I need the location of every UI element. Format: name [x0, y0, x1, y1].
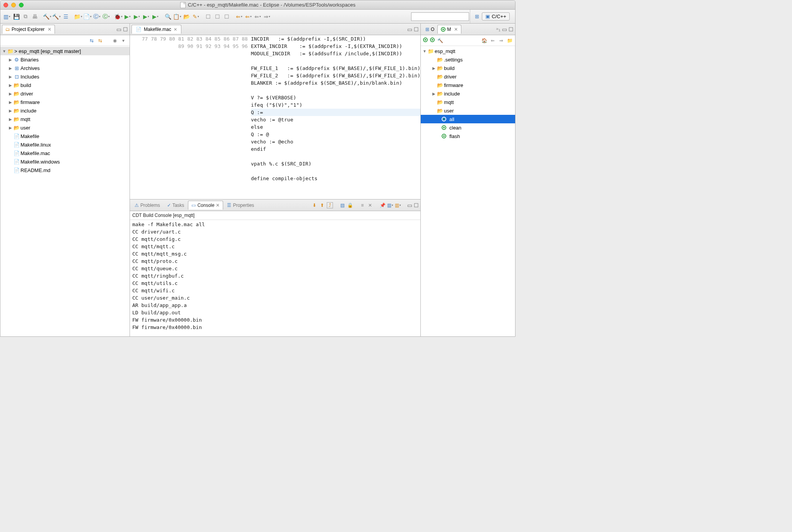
maximize-editor-button[interactable]: ☐ — [414, 26, 419, 32]
console-select-button[interactable]: ▥▾ — [387, 202, 393, 208]
build-button[interactable]: 🔨▾ — [52, 12, 61, 21]
prev-annotation-button[interactable]: ⇐▾ — [235, 12, 243, 21]
tree-item[interactable]: 📂.settings — [421, 55, 515, 64]
project-tree[interactable]: ▼ 📁 > esp_mqtt [esp_mqtt master] ▶⚙Binar… — [0, 46, 130, 336]
focus-task-button[interactable]: ◉ — [112, 38, 118, 44]
outline-tab[interactable]: ⊞ O — [422, 25, 437, 34]
make-target-clean[interactable]: clean — [421, 123, 515, 132]
bottom-tab-console[interactable]: ▭Console ✕ — [188, 201, 223, 210]
close-icon[interactable]: ✕ — [48, 27, 51, 32]
tree-item[interactable]: 📂firmware — [421, 81, 515, 89]
build-all-button[interactable]: 🔨▾ — [43, 12, 51, 21]
open-perspective-button[interactable]: ⊞ — [473, 13, 480, 20]
console-clear-button[interactable]: ≡ — [359, 202, 365, 208]
profile-button[interactable]: ▶▾ — [142, 12, 150, 21]
console-up-button[interactable]: ⬇ — [311, 202, 317, 208]
make-target-flash[interactable]: flash — [421, 132, 515, 140]
tree-item[interactable]: ▶📂firmware — [0, 98, 130, 106]
tree-item[interactable]: 📄Makefile.linux — [0, 140, 130, 149]
minimize-right-button[interactable]: ▭ — [502, 26, 507, 32]
view-menu-button[interactable]: ▾ — [120, 38, 126, 44]
open-element-button[interactable]: 📂 — [182, 12, 191, 21]
tree-item[interactable]: ▶📂include — [0, 106, 130, 115]
toggle-button[interactable]: ☰ — [61, 12, 70, 21]
tree-item[interactable]: ▶📂build — [0, 81, 130, 89]
save-button[interactable]: 💾 — [12, 12, 20, 21]
console-pin-button[interactable]: ⤴ — [327, 202, 333, 208]
new-file-button[interactable]: 📄▾ — [83, 12, 92, 21]
make-targets-tab[interactable]: M ✕ — [437, 25, 461, 34]
bottom-tab-properties[interactable]: ☰Properties — [224, 201, 257, 210]
new-button[interactable]: ▥▾ — [3, 12, 11, 21]
editor-body[interactable]: 77 78 79 80 81 82 83 84 85 86 87 88 89 9… — [130, 35, 420, 199]
back-button[interactable]: ⇐▾ — [253, 12, 262, 21]
search-button[interactable]: 🔍 — [164, 12, 172, 21]
tb-btn-a[interactable]: ☐ — [204, 12, 212, 21]
overflow-button[interactable]: »1 — [496, 26, 500, 32]
print-button[interactable]: 🖶 — [31, 12, 39, 21]
new-target-button[interactable] — [423, 38, 428, 42]
nav-fwd-button[interactable]: ⇒ — [498, 38, 504, 44]
console-pin2-button[interactable]: 📌 — [379, 202, 386, 208]
editor-tab-makefile[interactable]: 📄 Makefile.mac ✕ — [131, 25, 181, 34]
tree-item[interactable]: 📄Makefile.windows — [0, 157, 130, 166]
close-window-button[interactable] — [3, 3, 8, 7]
tree-item[interactable]: 📂driver — [421, 72, 515, 81]
tree-item[interactable]: ▶⚙Binaries — [0, 55, 130, 64]
minimize-bottom-button[interactable]: ▭ — [407, 202, 412, 208]
forward-button[interactable]: ⇒▾ — [263, 12, 271, 21]
maximize-view-button[interactable]: ☐ — [123, 26, 128, 32]
next-annotation-button[interactable]: ⇐▾ — [244, 12, 253, 21]
tb-btn-b[interactable]: ☐ — [213, 12, 222, 21]
project-explorer-tab[interactable]: 🗂 Project Explorer ✕ — [2, 25, 55, 34]
minimize-window-button[interactable] — [11, 3, 16, 7]
bottom-tab-problems[interactable]: ⚠Problems — [131, 201, 163, 210]
tree-item[interactable]: 📂user — [421, 106, 515, 115]
maximize-right-button[interactable]: ☐ — [509, 26, 514, 32]
tree-item[interactable]: 📄Makefile.mac — [0, 149, 130, 157]
tree-item[interactable]: ▶⊡Includes — [0, 72, 130, 81]
tree-item[interactable]: 📄Makefile — [0, 132, 130, 140]
new-folder-button[interactable]: 📁▾ — [74, 12, 82, 21]
external-tools-button[interactable]: ▶▾ — [151, 12, 160, 21]
console-down-button[interactable]: ⬆ — [319, 202, 325, 208]
tree-item[interactable]: ▶📂mqtt — [0, 115, 130, 123]
link-editor-button[interactable]: ⇆ — [97, 38, 103, 44]
collapse-all-button[interactable]: ⇆ — [89, 38, 95, 44]
minimize-view-button[interactable]: ▭ — [116, 26, 121, 32]
edit-target-button[interactable] — [430, 38, 435, 42]
make-targets-tree[interactable]: ▼ 📁 esp_mqtt 📂.settings▶📂build📂driver📂fi… — [421, 46, 515, 336]
run-button-2[interactable]: ▶▾ — [133, 12, 141, 21]
home-button[interactable]: 🏠 — [481, 38, 487, 44]
hide-button[interactable]: 📁 — [507, 38, 513, 44]
console-display-button[interactable]: ▤ — [339, 202, 345, 208]
bottom-tab-tasks[interactable]: ✓Tasks — [164, 201, 188, 210]
close-tab-button[interactable]: ✕ — [174, 27, 177, 32]
console-output[interactable]: make -f Makefile.mac all CC driver/uart.… — [130, 220, 420, 336]
close-icon[interactable]: ✕ — [454, 27, 458, 32]
tree-item[interactable]: ▶📂include — [421, 89, 515, 98]
open-type-button[interactable]: Ⓒ▾ — [102, 12, 110, 21]
tb-btn-c[interactable]: ☐ — [222, 12, 231, 21]
code-content[interactable]: INCDIR := $(addprefix -I,$(SRC_DIR)) EXT… — [251, 35, 420, 199]
new-class-button[interactable]: Ⓒ▾ — [92, 12, 101, 21]
console-lock-button[interactable]: 🔒 — [347, 202, 353, 208]
tree-item[interactable]: ▶📂driver — [0, 89, 130, 98]
make-target-all[interactable]: all — [421, 115, 515, 123]
tree-project-root[interactable]: ▼ 📁 > esp_mqtt [esp_mqtt master] — [0, 47, 130, 55]
tree-item[interactable]: ▶📂user — [0, 123, 130, 132]
tree-item[interactable]: 📂mqtt — [421, 98, 515, 106]
close-icon[interactable]: ✕ — [216, 203, 220, 208]
console-new-button[interactable]: ▥▾ — [395, 202, 401, 208]
build-target-button[interactable]: 🔨 — [437, 38, 443, 44]
zoom-window-button[interactable] — [19, 3, 24, 7]
save-all-button[interactable]: ⧉ — [21, 12, 30, 21]
nav-back-button[interactable]: ⇐ — [490, 38, 496, 44]
run-button[interactable]: ▶▾ — [123, 12, 132, 21]
open-task-button[interactable]: 📋▾ — [173, 12, 181, 21]
tree-item[interactable]: ▶📂build — [421, 64, 515, 72]
quick-access-input[interactable] — [411, 12, 469, 21]
console-remove-button[interactable]: ✕ — [367, 202, 373, 208]
wand-button[interactable]: ✎▾ — [191, 12, 200, 21]
maximize-bottom-button[interactable]: ☐ — [414, 202, 419, 208]
